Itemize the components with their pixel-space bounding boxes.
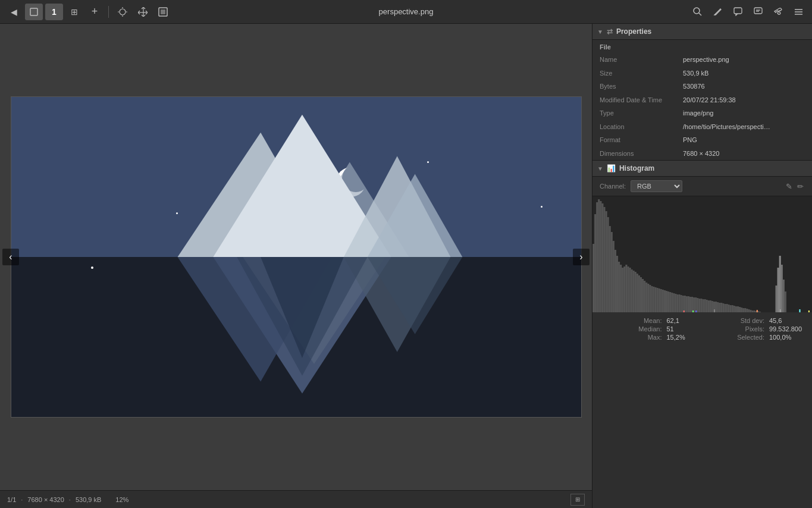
svg-rect-129 <box>783 280 785 312</box>
svg-rect-60 <box>642 279 644 312</box>
grid-button[interactable]: ⊞ <box>65 4 83 20</box>
plus-button[interactable]: + <box>86 4 104 20</box>
svg-rect-77 <box>673 293 675 312</box>
svg-rect-73 <box>666 291 667 312</box>
prop-key-3: Modified Date & Time <box>600 95 683 105</box>
wrench-button[interactable] <box>769 4 787 20</box>
svg-rect-92 <box>700 299 702 312</box>
svg-rect-127 <box>779 256 781 312</box>
prop-val-6: PNG <box>683 135 805 145</box>
hist-stat-row-5: Selected:100,0% <box>703 334 805 341</box>
tool-meta[interactable] <box>154 4 172 20</box>
svg-rect-0 <box>30 8 37 15</box>
search-button[interactable] <box>688 4 706 20</box>
hist-stat-val-2: 51 <box>667 325 703 333</box>
hist-pen-button[interactable]: ✏ <box>796 181 805 192</box>
svg-rect-35 <box>596 202 598 312</box>
svg-rect-50 <box>623 266 625 312</box>
chat2-button[interactable] <box>749 4 767 20</box>
status-bar: 1/1 · 7680 × 4320 · 530,9 kB 12% ⊞ <box>0 490 592 508</box>
svg-rect-47 <box>618 262 620 312</box>
properties-icon: ⇄ <box>607 27 613 36</box>
svg-rect-9 <box>161 10 165 14</box>
svg-rect-45 <box>615 250 616 312</box>
properties-arrow: ▼ <box>597 29 603 35</box>
svg-line-11 <box>699 13 701 15</box>
svg-rect-64 <box>649 285 651 312</box>
prop-row: Name perspective.png <box>592 53 812 67</box>
svg-rect-121 <box>754 311 755 312</box>
prop-val-5: /home/tio/Pictures/perspecti… <box>683 122 805 132</box>
menu-button[interactable] <box>789 4 807 20</box>
svg-rect-107 <box>728 305 730 312</box>
toolbar-right <box>688 4 807 20</box>
prop-val-2: 530876 <box>683 81 805 92</box>
svg-rect-128 <box>781 265 783 312</box>
histogram-canvas <box>592 196 812 312</box>
mountains-below-svg <box>11 257 581 417</box>
prop-row: Type image/png <box>592 106 812 120</box>
right-panel: ▼ ⇄ Properties File Name perspective.png… <box>592 24 812 508</box>
svg-rect-43 <box>611 232 613 312</box>
prev-button[interactable]: ‹ <box>2 249 19 265</box>
pen-button[interactable] <box>708 4 726 20</box>
svg-rect-91 <box>698 299 700 312</box>
prop-row: Dimensions 7680 × 4320 <box>592 147 812 161</box>
histogram-controls: Channel: RGB Red Green Blue Luminosity ✎… <box>592 177 812 196</box>
svg-rect-38 <box>601 203 603 312</box>
svg-rect-68 <box>657 288 659 312</box>
hist-stat-val-4: 15,2% <box>667 334 703 341</box>
histogram-icon: 📊 <box>607 164 616 173</box>
tool-move[interactable] <box>134 4 152 20</box>
svg-rect-89 <box>695 297 697 312</box>
main-area: ‹ <box>0 24 812 508</box>
svg-rect-51 <box>625 265 627 312</box>
svg-rect-116 <box>744 308 746 312</box>
prop-row: Size 530,9 kB <box>592 67 812 80</box>
svg-rect-114 <box>741 308 742 312</box>
svg-point-10 <box>694 8 700 14</box>
svg-rect-104 <box>722 303 724 312</box>
histogram-header[interactable]: ▼ 📊 Histogram <box>592 161 812 177</box>
svg-rect-36 <box>598 199 600 312</box>
hist-stat-label-0: Mean: <box>644 317 662 324</box>
prop-row: Location /home/tio/Pictures/perspecti… <box>592 120 812 134</box>
one-button[interactable]: 1 <box>45 4 63 20</box>
prop-row: Bytes 530876 <box>592 80 812 93</box>
hist-stat-row-3: Pixels:99.532.800 <box>703 325 805 333</box>
crop-button[interactable] <box>25 4 43 20</box>
histogram-section: ▼ 📊 Histogram Channel: RGB Red Green Blu… <box>592 161 812 346</box>
grid-view-button[interactable]: ⊞ <box>570 494 585 506</box>
svg-rect-76 <box>671 293 673 312</box>
svg-rect-102 <box>719 303 720 312</box>
svg-rect-72 <box>664 290 666 312</box>
prop-row: Format PNG <box>592 133 812 147</box>
back-button[interactable]: ◀ <box>5 4 23 20</box>
chat-button[interactable] <box>729 4 747 20</box>
svg-rect-69 <box>659 289 660 312</box>
svg-rect-37 <box>600 201 601 312</box>
prop-key-4: Type <box>600 108 683 118</box>
hist-stat-val-0: 62,1 <box>667 317 703 324</box>
svg-rect-48 <box>620 265 622 312</box>
svg-rect-109 <box>732 305 733 312</box>
svg-rect-57 <box>637 274 638 312</box>
svg-rect-84 <box>686 296 688 312</box>
svg-rect-65 <box>651 286 653 312</box>
prop-val-0: perspective.png <box>683 55 805 65</box>
svg-rect-66 <box>653 287 654 312</box>
properties-rows: Name perspective.png Size 530,9 kB Bytes… <box>592 53 812 160</box>
properties-section: ▼ ⇄ Properties File Name perspective.png… <box>592 24 812 161</box>
svg-rect-49 <box>622 268 623 312</box>
svg-rect-79 <box>676 294 678 312</box>
svg-rect-67 <box>655 287 657 312</box>
svg-rect-41 <box>607 217 609 312</box>
svg-rect-33 <box>592 244 594 312</box>
channel-select[interactable]: RGB Red Green Blue Luminosity <box>631 180 682 192</box>
svg-rect-125 <box>776 286 777 312</box>
next-button[interactable]: › <box>573 249 590 265</box>
properties-header[interactable]: ▼ ⇄ Properties <box>592 24 812 40</box>
hist-pencil-button[interactable]: ✎ <box>785 181 794 192</box>
histogram-title: Histogram <box>619 164 654 173</box>
tool-pan[interactable] <box>114 4 131 20</box>
